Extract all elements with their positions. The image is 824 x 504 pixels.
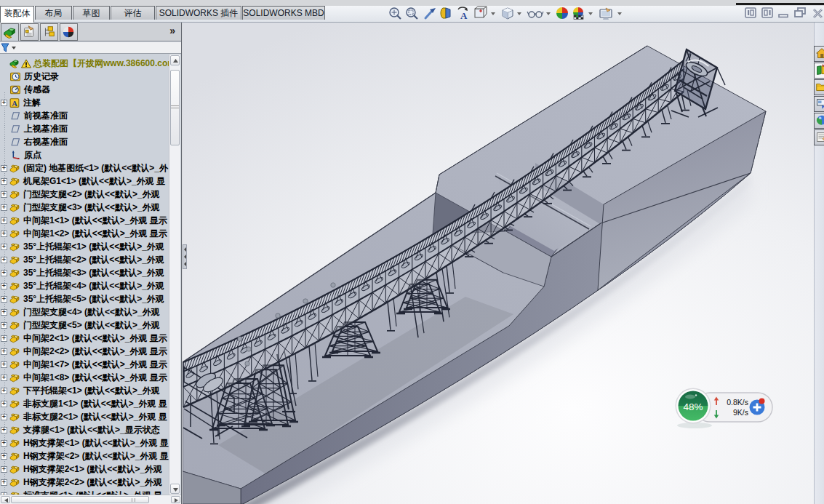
svg-text:48%: 48% [683, 401, 703, 412]
svg-text:9K/s: 9K/s [733, 408, 748, 417]
svg-text:0.8K/s: 0.8K/s [727, 398, 748, 407]
svg-text:A: A [12, 99, 17, 107]
svg-text:A: A [460, 10, 468, 21]
